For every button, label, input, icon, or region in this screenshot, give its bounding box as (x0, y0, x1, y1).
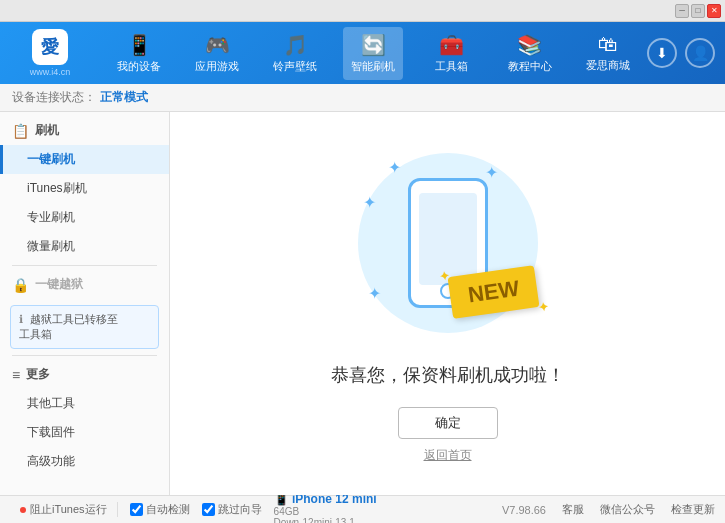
user-button[interactable]: 👤 (685, 38, 715, 68)
status-value: 正常模式 (100, 89, 148, 106)
nav-shop[interactable]: 🛍 爱思商城 (578, 27, 638, 80)
sidebar-section-jailbreak: 🔒 一键越狱 (0, 270, 169, 299)
smart-flash-label: 智能刷机 (351, 59, 395, 74)
nav-my-device[interactable]: 📱 我的设备 (109, 27, 169, 80)
auto-connect-input[interactable] (130, 503, 143, 516)
device-firmware: Down-12mini-13,1 (274, 517, 377, 524)
logo-url: www.i4.cn (30, 67, 71, 77)
sidebar-section-more: ≡ 更多 (0, 360, 169, 389)
auto-connect-label: 自动检测 (146, 502, 190, 517)
device-info: 📱 iPhone 12 mini 64GB Down-12mini-13,1 (274, 492, 377, 524)
bottom-bar: 阻止iTunes运行 自动检测 跳过向导 📱 iPhone 12 mini 64… (0, 495, 725, 523)
jailbreak-info-box: ℹ 越狱工具已转移至工具箱 (10, 305, 159, 349)
sidebar-item-download-firmware[interactable]: 下载固件 (0, 418, 169, 447)
tutorial-label: 教程中心 (508, 59, 552, 74)
sidebar-item-itunes-flash[interactable]: iTunes刷机 (0, 174, 169, 203)
shop-icon: 🛍 (598, 33, 618, 56)
nav-bar: 📱 我的设备 🎮 应用游戏 🎵 铃声壁纸 🔄 智能刷机 🧰 工具箱 📚 教程中心… (100, 27, 647, 80)
sidebar-item-one-click-flash[interactable]: 一键刷机 (0, 145, 169, 174)
sidebar-item-save-flash[interactable]: 微量刷机 (0, 232, 169, 261)
flash-section-label: 刷机 (35, 122, 59, 139)
wechat-link[interactable]: 微信公众号 (600, 502, 655, 517)
sparkle-4: ✦ (363, 193, 376, 212)
app-games-icon: 🎮 (205, 33, 230, 57)
bottom-left: 阻止iTunes运行 自动检测 跳过向导 📱 iPhone 12 mini 64… (10, 492, 502, 524)
new-ribbon: NEW (450, 271, 537, 313)
toolbox-icon: 🧰 (439, 33, 464, 57)
header-right: ⬇ 👤 (647, 38, 715, 68)
more-section-label: 更多 (26, 366, 50, 383)
nav-app-games[interactable]: 🎮 应用游戏 (187, 27, 247, 80)
sidebar-item-pro-flash[interactable]: 专业刷机 (0, 203, 169, 232)
main-content: ✦ ✦ ✦ ✦ NEW 恭喜您，保资料刷机成功啦！ 确定 返回首页 (170, 112, 725, 495)
sidebar-item-other-tools[interactable]: 其他工具 (0, 389, 169, 418)
app-games-label: 应用游戏 (195, 59, 239, 74)
sparkle-3: ✦ (368, 284, 381, 303)
check-update-link[interactable]: 检查更新 (671, 502, 715, 517)
nav-ringtone[interactable]: 🎵 铃声壁纸 (265, 27, 325, 80)
sparkle-1: ✦ (388, 158, 401, 177)
shop-label: 爱思商城 (586, 58, 630, 73)
status-label: 设备连接状态： (12, 89, 96, 106)
status-bar: 设备连接状态： 正常模式 (0, 84, 725, 112)
customer-service-link[interactable]: 客服 (562, 502, 584, 517)
window-controls: ─ □ ✕ (675, 4, 721, 18)
tutorial-icon: 📚 (517, 33, 542, 57)
minimize-button[interactable]: ─ (675, 4, 689, 18)
logo-icon: 愛 (32, 29, 68, 65)
version-text: V7.98.66 (502, 504, 546, 516)
info-icon: ℹ (19, 313, 23, 325)
success-illustration: ✦ ✦ ✦ ✦ NEW (348, 143, 548, 343)
device-storage: 64GB (274, 506, 377, 517)
ringtone-icon: 🎵 (283, 33, 308, 57)
success-text: 恭喜您，保资料刷机成功啦！ (331, 363, 565, 387)
confirm-button[interactable]: 确定 (398, 407, 498, 439)
logo: 愛 www.i4.cn (10, 29, 90, 77)
close-button[interactable]: ✕ (707, 4, 721, 18)
sidebar-divider-1 (12, 265, 157, 266)
nav-smart-flash[interactable]: 🔄 智能刷机 (343, 27, 403, 80)
skip-wizard-input[interactable] (202, 503, 215, 516)
bottom-right: V7.98.66 客服 微信公众号 检查更新 (502, 502, 715, 517)
nav-toolbox[interactable]: 🧰 工具箱 (422, 27, 482, 80)
itunes-status-dot (20, 507, 26, 513)
more-section-icon: ≡ (12, 367, 20, 383)
logo-symbol: 愛 (41, 35, 59, 59)
jailbreak-info-text: 越狱工具已转移至工具箱 (19, 313, 118, 340)
sparkle-2: ✦ (485, 163, 498, 182)
back-to-home-link[interactable]: 返回首页 (424, 447, 472, 464)
my-device-label: 我的设备 (117, 59, 161, 74)
skip-wizard-label: 跳过向导 (218, 502, 262, 517)
smart-flash-icon: 🔄 (361, 33, 386, 57)
toolbox-label: 工具箱 (435, 59, 468, 74)
sidebar: 📋 刷机 一键刷机 iTunes刷机 专业刷机 微量刷机 🔒 一键越狱 ℹ 越狱… (0, 112, 170, 495)
jailbreak-section-label: 一键越狱 (35, 276, 83, 293)
nav-tutorial[interactable]: 📚 教程中心 (500, 27, 560, 80)
lock-icon: 🔒 (12, 277, 29, 293)
main-layout: 📋 刷机 一键刷机 iTunes刷机 专业刷机 微量刷机 🔒 一键越狱 ℹ 越狱… (0, 112, 725, 495)
sidebar-divider-2 (12, 355, 157, 356)
ringtone-label: 铃声壁纸 (273, 59, 317, 74)
sidebar-section-flash: 📋 刷机 (0, 116, 169, 145)
maximize-button[interactable]: □ (691, 4, 705, 18)
flash-section-icon: 📋 (12, 123, 29, 139)
skip-wizard-checkbox[interactable]: 跳过向导 (202, 502, 262, 517)
header: 愛 www.i4.cn 📱 我的设备 🎮 应用游戏 🎵 铃声壁纸 🔄 智能刷机 … (0, 22, 725, 84)
title-bar: ─ □ ✕ (0, 0, 725, 22)
sidebar-item-advanced[interactable]: 高级功能 (0, 447, 169, 476)
my-device-icon: 📱 (127, 33, 152, 57)
itunes-label: 阻止iTunes运行 (30, 502, 107, 517)
download-button[interactable]: ⬇ (647, 38, 677, 68)
itunes-status: 阻止iTunes运行 (10, 502, 118, 517)
auto-connect-checkbox[interactable]: 自动检测 (130, 502, 190, 517)
new-label: NEW (448, 265, 540, 319)
